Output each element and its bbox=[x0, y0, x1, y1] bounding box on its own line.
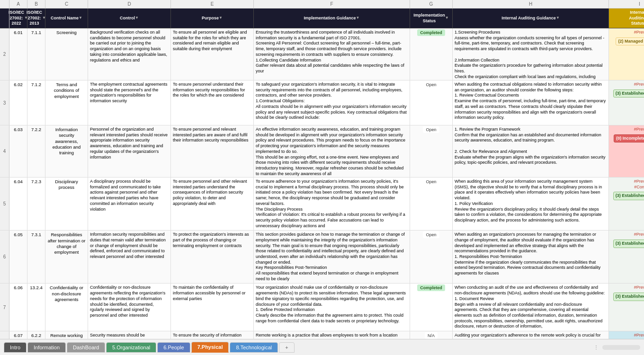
row-number: 2 bbox=[0, 28, 9, 80]
cell-impl-status[interactable]: Open bbox=[410, 80, 453, 125]
cell-impl-guidance[interactable]: Your organization should make use of con… bbox=[254, 284, 410, 331]
cell-internal-audit-guidance[interactable]: Auditing your organization's adherence t… bbox=[453, 331, 609, 339]
cell-impl-guidance[interactable]: Ensuring the trustworthiness and compete… bbox=[254, 28, 410, 80]
cell-control-name[interactable]: Information security awareness, educatio… bbox=[45, 125, 88, 177]
cell-purpose[interactable]: To ensure the security of information wh… bbox=[171, 331, 254, 339]
table-row: 4 6.03 7.2.2 Information security awaren… bbox=[0, 125, 644, 178]
cell-iso-2013[interactable]: 7.2.2 bbox=[27, 125, 45, 177]
cell-internal-audit-status[interactable]: #Prev (2) Managed Process bbox=[609, 28, 644, 80]
cell-purpose[interactable]: To ensure personnel and relevant interes… bbox=[171, 125, 254, 177]
cell-purpose[interactable]: To ensure personnel and other relevant i… bbox=[171, 178, 254, 230]
cell-internal-audit-status[interactable]: #Prev (3) Established Process bbox=[609, 80, 644, 125]
cell-internal-audit-guidance[interactable]: When auditing this area of your informat… bbox=[453, 178, 609, 230]
col-letter-row bbox=[0, 0, 9, 8]
cell-impl-guidance[interactable]: This section provides guidance on how to… bbox=[254, 231, 410, 283]
cell-iso-2022[interactable]: 6.03 bbox=[9, 125, 27, 177]
cell-control-name[interactable]: Remote working bbox=[45, 331, 88, 339]
cell-iso-2013[interactable]: 7.2.3 bbox=[27, 178, 45, 230]
cell-iso-2022[interactable]: 6.01 bbox=[9, 28, 27, 80]
cell-control-name[interactable]: Disciplinary process bbox=[45, 178, 88, 230]
table-row: 6 6.05 7.3.1 Responsibilities after term… bbox=[0, 231, 644, 284]
col-letter-f: F bbox=[254, 0, 410, 8]
cell-iso-2013[interactable]: 7.1.1 bbox=[27, 28, 45, 80]
bottom-tab-bar: Intro Information DashBoard 5.Organizati… bbox=[0, 339, 644, 355]
cell-impl-status[interactable]: Open bbox=[410, 125, 453, 177]
row-number: 5 bbox=[0, 178, 9, 230]
cell-purpose[interactable]: To ensure all personnel are eligible and… bbox=[171, 28, 254, 80]
header-iso-2022: ISO/IEC27002:2022▼ bbox=[9, 9, 27, 28]
cell-internal-audit-status[interactable]: #Prev (5) Optimized Process bbox=[609, 331, 644, 339]
cell-control-name[interactable]: Screening bbox=[45, 28, 88, 80]
cell-control[interactable]: Personnel of the organization and releva… bbox=[88, 125, 171, 177]
cell-impl-guidance[interactable]: To ensure adherence to your organization… bbox=[254, 178, 410, 230]
col-letter-g: G bbox=[410, 0, 453, 8]
cell-control[interactable]: The employment contractual agreements sh… bbox=[88, 80, 171, 125]
cell-internal-audit-status[interactable]: #Prev#Corr (3) Established Process bbox=[609, 178, 644, 230]
cell-iso-2013[interactable]: 7.3.1 bbox=[27, 231, 45, 283]
row-number: 4 bbox=[0, 125, 9, 177]
column-letters-row: A B C D E F G H I bbox=[0, 0, 644, 9]
row-number: 6 bbox=[0, 231, 9, 283]
cell-control[interactable]: Security measures should be implemented … bbox=[88, 331, 171, 339]
cell-internal-audit-status[interactable]: #Prev (0) Incomplete Process bbox=[609, 125, 644, 177]
cell-iso-2022[interactable]: 6.07 bbox=[9, 331, 27, 339]
header-control: Control▼ bbox=[88, 9, 171, 28]
scroll-bar[interactable] bbox=[602, 345, 640, 350]
cell-internal-audit-guidance[interactable]: When auditing the contractual obligation… bbox=[453, 80, 609, 125]
cell-internal-audit-status[interactable]: #Prev (3) Established Process bbox=[609, 231, 644, 283]
tab-intro[interactable]: Intro bbox=[4, 342, 27, 353]
cell-iso-2013[interactable]: 6.2.2 bbox=[27, 331, 45, 339]
table-row: 5 6.04 7.2.3 Disciplinary process A disc… bbox=[0, 178, 644, 231]
cell-iso-2022[interactable]: 6.05 bbox=[9, 231, 27, 283]
cell-impl-status[interactable]: N/A bbox=[410, 331, 453, 339]
row-number: 3 bbox=[0, 80, 9, 125]
row-number: 8 bbox=[0, 331, 9, 339]
bottom-right-info: ⋮ bbox=[594, 345, 640, 350]
cell-purpose[interactable]: To protect the organization's interests … bbox=[171, 231, 254, 283]
cell-control[interactable]: Information security responsibilities an… bbox=[88, 231, 171, 283]
cell-impl-guidance[interactable]: An effective information security awaren… bbox=[254, 125, 410, 177]
cell-purpose[interactable]: To ensure personnel understand their inf… bbox=[171, 80, 254, 125]
tab-information[interactable]: Information bbox=[27, 342, 66, 353]
header-row-num bbox=[0, 9, 9, 28]
tab-technological[interactable]: 8.Technological bbox=[230, 342, 278, 353]
cell-control-name[interactable]: Terms and conditions of employment bbox=[45, 80, 88, 125]
row-number: 7 bbox=[0, 284, 9, 331]
cell-impl-guidance[interactable]: To safeguard your organization's informa… bbox=[254, 80, 410, 125]
cell-iso-2013[interactable]: 13.2.4 bbox=[27, 284, 45, 331]
cell-control[interactable]: Background verification checks on all ca… bbox=[88, 28, 171, 80]
cell-control-name[interactable]: Confidentiality or non-disclosure agreem… bbox=[45, 284, 88, 331]
cell-internal-audit-guidance[interactable]: When auditing an organization's processe… bbox=[453, 231, 609, 283]
cell-internal-audit-guidance[interactable]: 1. Review the Program FrameworkConfirm t… bbox=[453, 125, 609, 177]
cell-iso-2022[interactable]: 6.04 bbox=[9, 178, 27, 230]
header-iso-2013: ISO/IEC27002:2013▼ bbox=[27, 9, 45, 28]
cell-impl-status[interactable]: Completed bbox=[410, 28, 453, 80]
cell-internal-audit-guidance[interactable]: 1.Screening ProceduresAssess whether the… bbox=[453, 28, 609, 80]
cell-purpose[interactable]: To maintain the confidentiality of infor… bbox=[171, 284, 254, 331]
cell-iso-2022[interactable]: 6.02 bbox=[9, 80, 27, 125]
header-impl-guidance: Implementation Guidance▼ bbox=[254, 9, 410, 28]
cell-internal-audit-guidance[interactable]: When conducting an audit of the use and … bbox=[453, 284, 609, 331]
tab-people[interactable]: 6.People bbox=[157, 342, 190, 353]
tab-physical[interactable]: 7.Physical bbox=[191, 342, 229, 353]
cell-iso-2022[interactable]: 6.06 bbox=[9, 284, 27, 331]
cell-impl-guidance[interactable]: Remote working is a practice that allows… bbox=[254, 331, 410, 339]
table-header: ISO/IEC27002:2022▼ ISO/IEC27002:2013▼ Co… bbox=[0, 9, 644, 28]
data-rows: 2 6.01 7.1.1 Screening Background verifi… bbox=[0, 28, 644, 339]
cell-control[interactable]: Confidentiality or non-disclosure agreem… bbox=[88, 284, 171, 331]
table-row: 8 6.07 6.2.2 Remote working Security mea… bbox=[0, 331, 644, 339]
cell-impl-status[interactable]: Open bbox=[410, 231, 453, 283]
col-letter-c: C bbox=[45, 0, 88, 8]
cell-iso-2013[interactable]: 7.1.2 bbox=[27, 80, 45, 125]
cell-impl-status[interactable]: Completed bbox=[410, 284, 453, 331]
cell-impl-status[interactable]: Open bbox=[410, 178, 453, 230]
tab-dashboard[interactable]: DashBoard bbox=[67, 342, 105, 353]
cell-control-name[interactable]: Responsibilities after termination or ch… bbox=[45, 231, 88, 283]
cell-control[interactable]: A disciplinary process should be formali… bbox=[88, 178, 171, 230]
cell-internal-audit-status[interactable]: #Prev (3) Established Process bbox=[609, 284, 644, 331]
tab-add[interactable]: + bbox=[279, 342, 294, 353]
col-letter-d: D bbox=[88, 0, 171, 8]
table-row: 7 6.06 13.2.4 Confidentiality or non-dis… bbox=[0, 284, 644, 331]
spreadsheet-container: A B C D E F G H I ISO/IEC27002:2022▼ ISO… bbox=[0, 0, 644, 355]
tab-organizational[interactable]: 5.Organizational bbox=[106, 342, 156, 353]
